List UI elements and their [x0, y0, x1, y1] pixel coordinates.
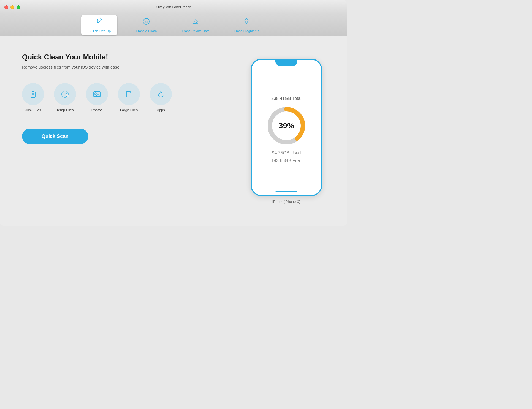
fullscreen-button[interactable]: [17, 5, 20, 9]
svg-line-1: [101, 19, 102, 20]
junk-files-icon-wrap: [22, 83, 44, 105]
tab-erase-all-data[interactable]: All Erase All Data: [128, 15, 164, 35]
feature-temp-files[interactable]: … Temp Files: [54, 83, 76, 112]
svg-line-2: [101, 21, 101, 21]
svg-text:All: All: [145, 20, 148, 23]
page-subheadline: Remove useless files from your iOS devic…: [22, 65, 231, 69]
main-content: Quick Clean Your Mobile! Remove useless …: [0, 36, 347, 226]
large-files-icon-wrap: [118, 83, 140, 105]
photos-label: Photos: [91, 108, 102, 112]
temp-files-label: Temp Files: [56, 108, 74, 112]
feature-large-files[interactable]: Large Files: [118, 83, 140, 112]
title-bar: UkeySoft FoneEraser: [0, 0, 347, 14]
temp-files-icon: …: [60, 89, 70, 99]
tab-one-click-label: 1-Click Free Up: [88, 29, 111, 33]
tab-erase-private-data[interactable]: Erase Private Data: [175, 15, 216, 35]
feature-apps[interactable]: Apps: [150, 83, 172, 112]
toolbar: 1-Click Free Up All Erase All Data Erase…: [0, 14, 347, 36]
apps-icon-wrap: [150, 83, 172, 105]
svg-line-0: [100, 18, 101, 18]
storage-free: 143.66GB Free: [271, 158, 301, 163]
page-headline: Quick Clean Your Mobile!: [22, 53, 231, 61]
window-title: UkeySoft FoneEraser: [156, 5, 191, 9]
photos-icon-wrap: [86, 83, 108, 105]
erase-all-icon: All: [142, 17, 150, 28]
storage-used: 94.75GB Used: [272, 151, 301, 156]
quick-scan-button[interactable]: Quick Scan: [22, 129, 88, 144]
one-click-icon: [95, 17, 104, 28]
right-panel: 238.41GB Total 39% 94.75GB Used 143.66GB…: [242, 47, 330, 215]
erase-fragments-icon: [242, 17, 251, 28]
close-button[interactable]: [4, 5, 8, 9]
apps-icon: [156, 89, 166, 99]
left-panel: Quick Clean Your Mobile! Remove useless …: [22, 47, 231, 215]
apps-label: Apps: [157, 108, 165, 112]
feature-photos[interactable]: Photos: [86, 83, 108, 112]
phone-home-indicator: [275, 191, 297, 192]
junk-files-label: Junk Files: [25, 108, 41, 112]
usage-percent: 39%: [279, 121, 294, 130]
donut-chart: 39%: [264, 104, 308, 148]
large-files-icon: [124, 89, 134, 99]
phone-mockup: 238.41GB Total 39% 94.75GB Used 143.66GB…: [251, 59, 322, 196]
storage-total: 238.41GB Total: [271, 96, 302, 101]
tab-erase-all-label: Erase All Data: [136, 29, 157, 33]
svg-line-13: [65, 93, 67, 94]
phone-notch: [275, 60, 297, 66]
features-row: Junk Files … Temp Files: [22, 83, 231, 112]
svg-rect-16: [94, 92, 100, 97]
tab-one-click-free-up[interactable]: 1-Click Free Up: [81, 15, 117, 35]
svg-text:…: …: [66, 95, 68, 97]
tab-erase-private-label: Erase Private Data: [182, 29, 210, 33]
tab-erase-fragments[interactable]: Erase Fragments: [227, 15, 266, 35]
feature-junk-files[interactable]: Junk Files: [22, 83, 44, 112]
minimize-button[interactable]: [10, 5, 14, 9]
phone-content: 238.41GB Total 39% 94.75GB Used 143.66GB…: [256, 65, 317, 190]
tab-erase-fragments-label: Erase Fragments: [234, 29, 259, 33]
erase-private-icon: [192, 17, 200, 28]
junk-files-icon: [28, 89, 38, 99]
photos-icon: [92, 89, 102, 99]
traffic-lights: [4, 5, 20, 9]
temp-files-icon-wrap: …: [54, 83, 76, 105]
large-files-label: Large Files: [120, 108, 138, 112]
device-name: iPhone(iPhone X): [272, 200, 300, 204]
